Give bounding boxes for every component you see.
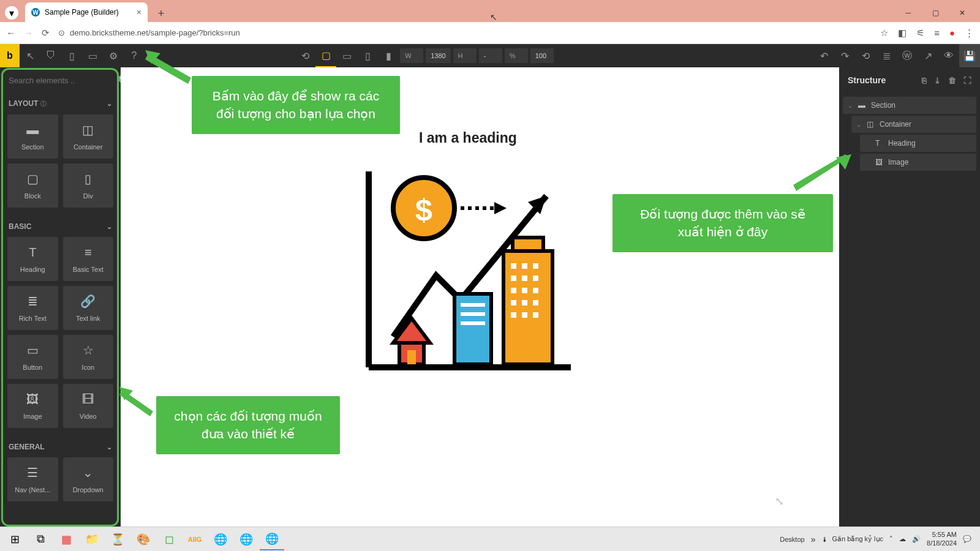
tray-chevron-icon[interactable]: » [811,534,816,544]
extension-icon-2[interactable]: ≡ [934,28,940,38]
svg-rect-18 [533,276,538,281]
download-icon[interactable]: ⤓ [934,76,941,85]
element-nav[interactable]: ☰Nav (Nest... [7,457,58,501]
page-icon[interactable]: ▯ [61,44,82,67]
chevron-down-icon: ⌄ [107,100,112,108]
element-dropdown[interactable]: ⌄Dropdown [63,457,114,501]
svg-rect-21 [533,288,538,293]
element-text-link[interactable]: 🔗Text link [63,286,114,330]
tree-section[interactable]: ⌄▬Section [843,97,976,114]
new-tab-button[interactable]: + [153,5,170,22]
history-icon[interactable]: ⟲ [855,44,876,67]
weather-widget[interactable]: 🌡Gần bằng kỷ lục [821,535,883,543]
layers-icon[interactable]: ≣ [876,44,897,67]
preview-icon[interactable]: 👁 [938,44,959,67]
folder-icon[interactable]: ▭ [82,44,103,67]
close-button[interactable]: ✕ [949,4,975,22]
redo-icon[interactable]: ↷ [834,44,855,67]
notifications-icon[interactable]: 💬 [963,535,971,543]
app-icon-1[interactable]: ▦ [54,528,78,550]
element-div[interactable]: ▯Div [63,163,114,208]
category-layout[interactable]: LAYOUT ⓘ ⌄ [7,93,113,114]
element-basic-text[interactable]: ≡Basic Text [63,237,114,281]
width-value[interactable]: 1380 [426,48,450,63]
help-icon[interactable]: ? [124,44,145,67]
element-image[interactable]: 🖼Image [7,384,58,428]
tablet-portrait-icon[interactable]: ▯ [357,44,378,67]
copy-icon[interactable]: ⎘ [922,76,927,85]
volume-icon[interactable]: 🔊 [912,535,921,543]
tray-chevron-up-icon[interactable]: ˄ [889,535,893,543]
tree-heading[interactable]: THeading [860,135,976,152]
browser-tab[interactable]: W Sample Page (Builder) × [25,2,148,22]
wordpress-icon[interactable]: ⓦ [897,44,918,67]
tablet-landscape-icon[interactable]: ▭ [336,44,357,67]
save-button[interactable]: 💾 [959,44,980,67]
maximize-button[interactable]: ▢ [922,4,948,22]
height-value[interactable]: - [479,48,502,63]
percent-value[interactable]: 100 [530,48,554,63]
chrome-menu-icon[interactable]: ⋮ [965,28,974,39]
minimize-button[interactable]: ─ [895,4,921,22]
close-tab-icon[interactable]: × [137,7,141,17]
sync-icon[interactable]: ⟲ [295,44,315,67]
reload-button[interactable]: ⟳ [42,28,50,39]
element-icon[interactable]: ☆Icon [63,335,114,379]
expand-icon[interactable]: ⛶ [963,76,971,85]
element-block[interactable]: ▢Block [7,163,58,208]
extensions-icon[interactable]: ⚟ [916,28,924,39]
app-icon-3[interactable]: 🎨 [131,528,156,550]
app-icon-2[interactable]: ⏳ [105,528,130,550]
file-explorer-icon[interactable]: 📁 [80,528,104,550]
external-link-icon[interactable]: ↗ [918,44,938,67]
category-basic[interactable]: BASIC ⌄ [7,216,113,237]
callout-right: Đối tượng được thêm vào sẽ xuất hiện ở đ… [612,194,833,252]
trash-icon[interactable]: 🗑 [948,76,956,85]
video-icon: 🎞 [82,392,94,407]
app-icon-4[interactable]: ◻ [157,528,181,550]
profile-chip[interactable]: ▾ [5,6,18,20]
start-button[interactable]: ⊞ [2,528,27,550]
undo-icon[interactable]: ↶ [813,44,834,67]
structure-tree: ⌄▬Section ⌄◫Container THeading 🖼Image [839,93,980,176]
resize-handle-icon[interactable]: ⤡ [775,495,784,508]
element-rich-text[interactable]: ≣Rich Text [7,286,58,330]
shield-icon[interactable]: ⛉ [40,44,61,67]
desktop-label[interactable]: Desktop [780,536,804,543]
extension-icon-3[interactable]: ● [949,28,955,38]
element-video[interactable]: 🎞Video [63,384,114,428]
button-icon: ▭ [27,343,39,358]
cloud-icon[interactable]: ☁ [899,535,906,543]
category-general[interactable]: GENERAL ⌄ [7,437,113,457]
search-input[interactable] [9,76,111,85]
bookmark-icon[interactable]: ☆ [880,28,888,39]
chrome-icon-2[interactable]: 🌐 [234,528,258,550]
chrome-icon-3[interactable]: 🌐 [260,528,284,550]
element-heading[interactable]: THeading [7,237,58,281]
clock[interactable]: 5:55 AM 8/18/2024 [927,531,957,547]
extension-icon-1[interactable]: ◧ [898,28,907,39]
forward-button[interactable]: → [24,28,33,38]
element-button[interactable]: ▭Button [7,335,58,379]
tree-image[interactable]: 🖼Image [860,154,976,171]
cursor-tool-icon[interactable]: ↖ [20,44,40,67]
back-button[interactable]: ← [6,28,15,38]
url-text[interactable]: demo.brickstheme.net/sample-page/?bricks… [70,28,240,37]
svg-rect-13 [511,263,516,269]
mobile-view-icon[interactable]: ▮ [378,44,399,67]
canvas-heading[interactable]: I am a heading [419,130,517,146]
canvas-image[interactable]: $ [356,159,577,380]
gear-icon[interactable]: ⚙ [103,44,124,67]
element-container[interactable]: ◫Container [63,114,114,159]
tree-container[interactable]: ⌄◫Container [851,116,976,133]
site-info-icon[interactable]: ⊙ [58,28,65,37]
bricks-logo[interactable]: b [0,44,20,67]
task-view-icon[interactable]: ⧉ [28,528,53,550]
canvas[interactable]: I am a heading $ [121,67,839,527]
app-icon-5[interactable]: AIIG [183,528,207,550]
svg-text:$: $ [415,193,432,227]
element-section[interactable]: ▬Section [7,114,58,159]
desktop-view-icon[interactable]: ▢ [315,44,336,67]
svg-rect-26 [522,312,527,318]
chrome-icon[interactable]: 🌐 [208,528,233,550]
